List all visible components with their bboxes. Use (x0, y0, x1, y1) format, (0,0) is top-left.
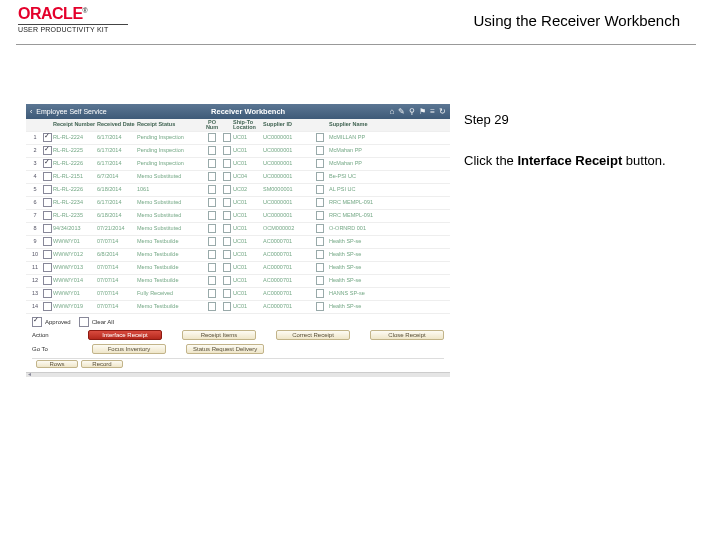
table-row[interactable]: 12WWW/Y01407/07/14Memo TestbuildeUC01AC0… (26, 275, 450, 288)
receipt-items-button[interactable]: Receipt Items (182, 330, 256, 340)
table-row[interactable]: 2RL-RL-22256/17/2014Pending InspectionUC… (26, 145, 450, 158)
app-screenshot: ‹ Employee Self Service Receiver Workben… (26, 104, 450, 392)
flag-icon[interactable]: ⚑ (419, 108, 426, 116)
brand-block: ORACLE® USER PRODUCTIVITY KIT (18, 6, 178, 33)
clear-all-checkbox[interactable]: Clear All (79, 317, 114, 327)
close-receipt-button[interactable]: Close Receipt (370, 330, 444, 340)
correct-receipt-button[interactable]: Correct Receipt (276, 330, 350, 340)
oracle-logo-text: ORACLE (18, 5, 83, 22)
table-row[interactable]: 5RL-RL-22266/18/20141061UC02SM0000001AL … (26, 184, 450, 197)
table-body: 1RL-RL-22246/17/2014Pending InspectionUC… (26, 132, 450, 314)
col-received-date: Received Date (97, 122, 137, 128)
horizontal-scrollbar[interactable]: ◂ (26, 372, 450, 377)
header-divider (16, 44, 696, 45)
col-receipt-status: Receipt Status (137, 122, 203, 128)
back-icon[interactable]: ‹ (30, 108, 32, 115)
oracle-logo: ORACLE® (18, 6, 178, 22)
col-supplier-name: Supplier Name (329, 122, 447, 128)
interface-receipt-button[interactable]: Interface Receipt (88, 330, 162, 340)
table-row[interactable]: 894/34/201307/21/2014Memo SubstitutedUC0… (26, 223, 450, 236)
approved-checkbox[interactable]: Approved (32, 317, 71, 327)
table-row[interactable]: 4RL-RL-21516/7/2014Memo SubstitutedUC04U… (26, 171, 450, 184)
titlebar-center: Receiver Workbench (107, 108, 390, 116)
table-row[interactable]: 13WWW/Y0107/07/14Fully ReceivedUC01AC000… (26, 288, 450, 301)
goto-label: Go To (32, 346, 72, 352)
upk-subtitle: USER PRODUCTIVITY KIT (18, 24, 128, 33)
table-row[interactable]: 7RL-RL-22356/18/2014Memo SubstitutedUC01… (26, 210, 450, 223)
page-title: Using the Receiver Workbench (178, 6, 710, 29)
instruction-bold: Interface Receipt (517, 153, 622, 168)
chat-icon[interactable]: ✎ (398, 108, 405, 116)
status-request-button[interactable]: Status Request Delivery (186, 344, 264, 354)
instruction-pane: Step 29 Click the Interface Receipt butt… (464, 104, 696, 392)
table-row[interactable]: 11WWW/Y01307/07/14Memo TestbuildeUC01AC0… (26, 262, 450, 275)
table-row[interactable]: 10WWW/Y0126/8/2014Memo TestbuildeUC01AC0… (26, 249, 450, 262)
titlebar-left: Employee Self Service (36, 108, 106, 115)
oracle-tm: ® (83, 7, 88, 14)
record-button[interactable]: Record (81, 360, 123, 368)
col-supplier-id: Supplier ID (263, 122, 311, 128)
table-row[interactable]: 3RL-RL-22266/17/2014Pending InspectionUC… (26, 158, 450, 171)
search-icon[interactable]: ⚲ (409, 108, 415, 116)
clear-all-label: Clear All (92, 319, 114, 325)
table-row[interactable]: 1RL-RL-22246/17/2014Pending InspectionUC… (26, 132, 450, 145)
menu-icon[interactable]: ≡ (430, 108, 435, 116)
footer-panel: Approved Clear All Action Interface Rece… (26, 314, 450, 372)
instruction-post: button. (622, 153, 665, 168)
home-icon[interactable]: ⌂ (389, 108, 394, 116)
instruction-text: Click the Interface Receipt button. (464, 151, 696, 172)
col-ship-to: Ship-To Location (233, 120, 263, 131)
table-row[interactable]: 6RL-RL-22346/17/2014Memo SubstitutedUC01… (26, 197, 450, 210)
bottom-toolbar: Rows Record (32, 358, 444, 369)
approved-label: Approved (45, 319, 71, 325)
refresh-icon[interactable]: ↻ (439, 108, 446, 116)
table-row[interactable]: 14WWW/Y01907/07/14Memo TestbuildeUC01AC0… (26, 301, 450, 314)
col-po-num: PO Num (203, 120, 221, 131)
rows-button[interactable]: Rows (36, 360, 78, 368)
table-row[interactable]: 9WWW/Y0107/07/14Memo TestbuildeUC01AC000… (26, 236, 450, 249)
focus-inventory-button[interactable]: Focus Inventory (92, 344, 166, 354)
app-titlebar: ‹ Employee Self Service Receiver Workben… (26, 104, 450, 119)
step-label: Step 29 (464, 110, 696, 131)
instruction-pre: Click the (464, 153, 517, 168)
action-label: Action (32, 332, 68, 338)
col-receipt-number: Receipt Number (53, 122, 97, 128)
table-header: Receipt Number Received Date Receipt Sta… (26, 119, 450, 132)
